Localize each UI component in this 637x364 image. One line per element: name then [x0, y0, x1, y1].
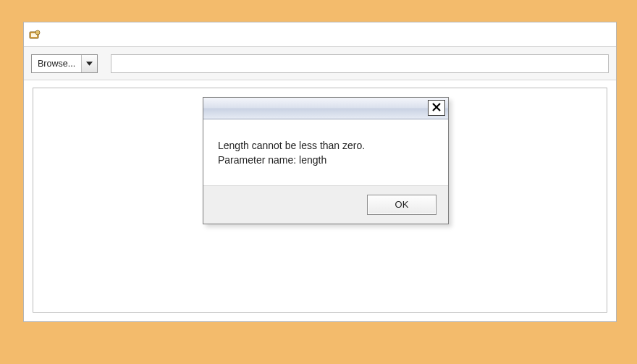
dialog-message: Length cannot be less than zero. Paramet…: [203, 119, 448, 185]
chevron-down-icon[interactable]: [81, 55, 97, 72]
app-icon: [28, 28, 41, 41]
toolbar: Browse...: [24, 47, 616, 80]
browse-dropdown[interactable]: Browse...: [31, 54, 98, 73]
title-bar: [24, 22, 616, 47]
close-icon: [432, 103, 441, 114]
dialog-message-line1: Length cannot be less than zero.: [218, 138, 434, 153]
close-button[interactable]: [428, 100, 445, 116]
dialog-message-line2: Parameter name: length: [218, 153, 434, 167]
dialog-title-bar: [203, 98, 448, 119]
address-input[interactable]: [111, 54, 609, 73]
svg-point-2: [35, 30, 40, 35]
dialog-footer: OK: [203, 185, 448, 224]
browse-label: Browse...: [32, 55, 81, 72]
ok-button[interactable]: OK: [367, 195, 436, 215]
svg-marker-3: [86, 62, 93, 65]
error-dialog: Length cannot be less than zero. Paramet…: [203, 97, 449, 224]
